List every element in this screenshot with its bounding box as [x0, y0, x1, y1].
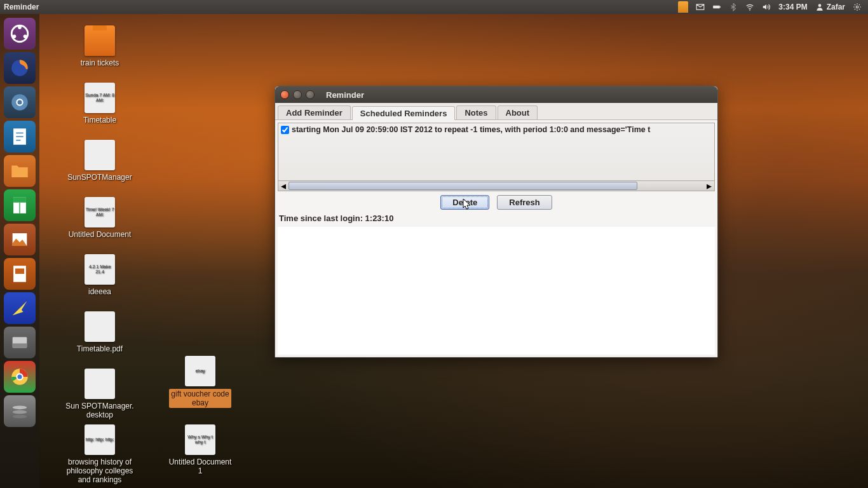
- svg-rect-24: [13, 343, 27, 348]
- icon-label: train tickets: [81, 58, 119, 67]
- tab-notes[interactable]: Notes: [456, 105, 496, 119]
- desktop-icon[interactable]: Sunda 7 AM: 8 AM:Timetable: [65, 83, 135, 125]
- desktop-icon[interactable]: ebaygift voucher code ebay: [165, 356, 235, 408]
- scroll-left-icon[interactable]: ◂: [278, 181, 288, 191]
- launcher-chromium[interactable]: [4, 86, 36, 118]
- svg-point-3: [818, 4, 821, 7]
- horizontal-scrollbar[interactable]: ◂ ▸: [278, 181, 715, 191]
- reminders-list[interactable]: starting Mon Jul 09 20:59:00 IST 2012 to…: [278, 123, 715, 181]
- svg-point-7: [24, 34, 27, 38]
- window-title: Reminder: [326, 90, 364, 100]
- launcher-firefox[interactable]: [4, 52, 36, 84]
- icon-label: ideeea: [88, 287, 111, 296]
- volume-icon[interactable]: [762, 3, 771, 11]
- svg-point-8: [13, 34, 17, 38]
- desktop-icon[interactable]: Why s Why t why tUntitled Document 1: [165, 424, 235, 475]
- user-name: Zafar: [827, 3, 845, 11]
- tab-add-reminder[interactable]: Add Reminder: [278, 105, 351, 119]
- document-icon: [85, 311, 115, 342]
- icon-label: Untitled Document: [69, 230, 132, 239]
- tab-strip: Add Reminder Scheduled Reminders Notes A…: [275, 103, 717, 120]
- scroll-right-icon[interactable]: ▸: [704, 181, 714, 191]
- battery-icon[interactable]: [712, 3, 721, 11]
- svg-point-28: [13, 406, 27, 410]
- svg-rect-18: [13, 197, 26, 203]
- top-menu-bar: Reminder 3:34 PM Zafar: [0, 0, 868, 14]
- icon-label: SunSPOTManager: [67, 173, 132, 182]
- tab-panel: starting Mon Jul 09 20:59:00 IST 2012 to…: [275, 120, 717, 357]
- menubar-app-title: Reminder: [4, 3, 39, 11]
- document-icon: Time! Week! 7 AM:: [85, 197, 115, 227]
- maximize-icon[interactable]: [306, 90, 315, 99]
- clock[interactable]: 3:34 PM: [778, 3, 807, 11]
- svg-point-4: [856, 6, 858, 8]
- svg-rect-1: [720, 6, 721, 8]
- reminder-item[interactable]: starting Mon Jul 09 20:59:00 IST 2012 to…: [281, 125, 712, 134]
- desktop-icon[interactable]: 4.2.1 Make 21.4ideeea: [65, 254, 135, 296]
- svg-point-27: [17, 374, 22, 379]
- svg-point-6: [18, 25, 22, 29]
- close-icon[interactable]: [280, 90, 289, 99]
- launcher-locator[interactable]: [4, 292, 36, 324]
- launcher-calc[interactable]: [4, 189, 36, 221]
- user-menu[interactable]: Zafar: [815, 3, 845, 11]
- icon-label: Timetable.pdf: [77, 344, 123, 353]
- document-icon: Why s Why t why t: [185, 424, 215, 455]
- wifi-icon[interactable]: [745, 3, 754, 11]
- bluetooth-icon[interactable]: [729, 3, 738, 11]
- reminder-checkbox[interactable]: [281, 126, 289, 134]
- document-icon: 4.2.1 Make 21.4: [85, 254, 115, 285]
- svg-point-30: [13, 415, 27, 419]
- launcher-workspace[interactable]: [4, 395, 36, 427]
- minimize-icon[interactable]: [293, 90, 302, 99]
- window-titlebar[interactable]: Reminder: [275, 86, 717, 103]
- reminder-window: Reminder Add Reminder Scheduled Reminder…: [275, 86, 718, 358]
- svg-point-29: [13, 410, 27, 414]
- delete-button[interactable]: Delete: [440, 195, 489, 210]
- refresh-button[interactable]: Refresh: [497, 195, 552, 210]
- desktop-icon[interactable]: Time! Week! 7 AM:Untitled Document: [65, 197, 135, 239]
- document-icon: Sunda 7 AM: 8 AM:: [85, 83, 115, 113]
- reminder-text: starting Mon Jul 09 20:59:00 IST 2012 to…: [292, 125, 650, 134]
- icon-label: Timetable: [83, 116, 116, 125]
- unity-launcher: [0, 14, 39, 488]
- gear-icon[interactable]: [853, 3, 862, 11]
- document-icon: [85, 369, 115, 399]
- tab-about[interactable]: About: [498, 105, 538, 119]
- icon-label: browsing history of philosophy colleges …: [67, 458, 133, 484]
- launcher-writer[interactable]: [4, 121, 36, 152]
- user-icon: [815, 3, 824, 11]
- launcher-impress[interactable]: [4, 258, 36, 290]
- folder-icon: [85, 25, 115, 56]
- svg-point-2: [749, 10, 750, 11]
- icon-label: Untitled Document 1: [169, 458, 232, 475]
- launcher-image-viewer[interactable]: [4, 224, 36, 255]
- icon-label: gift voucher code ebay: [169, 389, 231, 408]
- launcher-dash[interactable]: [4, 18, 36, 50]
- desktop-icon[interactable]: train tickets: [65, 25, 135, 67]
- desktop-icon[interactable]: Sun SPOTManager. desktop: [65, 369, 135, 419]
- tray-app-icon[interactable]: [678, 1, 688, 13]
- document-icon: ebay: [185, 356, 215, 386]
- scroll-thumb[interactable]: [288, 182, 637, 190]
- button-row: Delete Refresh: [278, 191, 715, 211]
- svg-point-12: [17, 100, 22, 104]
- svg-rect-0: [713, 6, 720, 9]
- launcher-chrome[interactable]: [4, 361, 36, 393]
- svg-rect-22: [15, 269, 24, 274]
- document-icon: http: http: http:: [85, 424, 115, 455]
- mail-icon[interactable]: [696, 3, 705, 11]
- status-text: Time since last login: 1:23:10: [278, 211, 715, 226]
- launcher-files[interactable]: [4, 155, 36, 187]
- desktop-icon[interactable]: SunSPOTManager: [65, 140, 135, 182]
- system-tray: 3:34 PM Zafar: [678, 1, 864, 13]
- launcher-disk[interactable]: [4, 327, 36, 358]
- content-area: [278, 227, 715, 355]
- scroll-track[interactable]: [288, 181, 704, 191]
- desktop-icon[interactable]: Timetable.pdf: [65, 311, 135, 353]
- desktop-icon[interactable]: http: http: http:browsing history of phi…: [65, 424, 135, 484]
- document-icon: [85, 140, 115, 170]
- tab-scheduled-reminders[interactable]: Scheduled Reminders: [352, 106, 456, 120]
- icon-label: Sun SPOTManager. desktop: [65, 402, 133, 419]
